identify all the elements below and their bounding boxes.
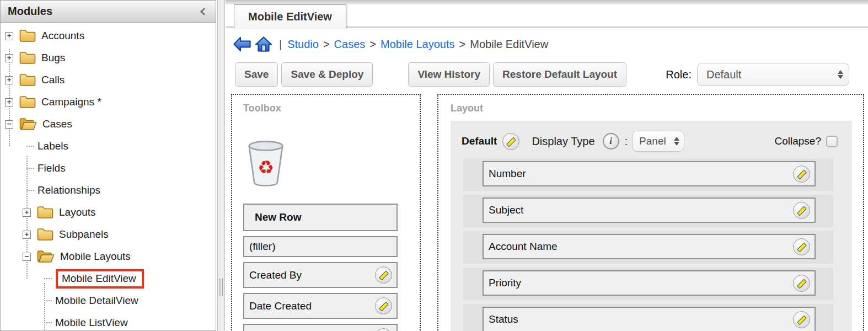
toolbox-item-created-by[interactable]: Created By [243, 262, 398, 288]
layout-row: Priority [463, 268, 833, 300]
tabstrip-topbar [226, 0, 868, 4]
tree-item-accounts[interactable]: + Accounts [1, 25, 216, 47]
action-toolbar: Save Save & Deploy View History Restore … [226, 62, 868, 87]
edit-pencil-icon[interactable] [793, 311, 810, 328]
display-type-select[interactable]: Panel [632, 131, 684, 152]
tree-item-mobile-detailview[interactable]: Mobile DetailView [1, 290, 216, 312]
expand-icon[interactable]: + [5, 76, 13, 84]
expand-icon[interactable]: + [5, 54, 13, 62]
folder-open-icon [19, 118, 37, 131]
edit-pencil-icon[interactable] [375, 297, 392, 314]
edit-pencil-icon[interactable] [375, 328, 392, 331]
tree-item-mobile-layouts[interactable]: − Mobile Layouts [1, 245, 216, 268]
tree-item-calls[interactable]: + Calls [1, 69, 216, 91]
toolbox-item-filler[interactable]: (filler) [243, 236, 398, 257]
layout-row: Number [463, 158, 833, 191]
collapse-sidebar-icon[interactable] [200, 7, 208, 15]
tree-tick [26, 168, 34, 169]
tree-item-label: Mobile Layouts [60, 250, 131, 263]
edit-pencil-icon[interactable] [375, 266, 392, 284]
collapse-icon[interactable]: − [5, 120, 13, 129]
sidebar-splitter [217, 0, 225, 331]
field-label: Account Name [489, 241, 558, 253]
toolbox-item-label: Date Created [249, 300, 312, 312]
module-tree: + Accounts + Bugs + Calls + Campaigns * … [1, 23, 216, 331]
tree-item-label: Labels [37, 140, 68, 152]
edit-pencil-icon[interactable] [793, 202, 810, 219]
sidebar-header: Modules [1, 1, 216, 23]
edit-pencil-icon[interactable] [793, 238, 810, 255]
tree-item-cases[interactable]: − Cases [1, 113, 216, 135]
tree-item-label: Bugs [41, 52, 65, 64]
tree-tick [44, 278, 52, 279]
trash-recycle-bin-icon[interactable]: ♻ [244, 140, 287, 187]
selected-item-highlight: Mobile EditView [56, 269, 144, 289]
tree-item-labels[interactable]: Labels [1, 135, 216, 157]
tree-item-relationships[interactable]: Relationships [1, 179, 216, 201]
breadcrumb-link-mobile-layouts[interactable]: Mobile Layouts [381, 38, 455, 51]
view-history-button[interactable]: View History [408, 62, 490, 87]
info-icon[interactable]: i [603, 133, 619, 150]
expand-icon[interactable]: + [5, 98, 13, 106]
field-label: Number [489, 168, 526, 180]
tree-item-subpanels[interactable]: + Subpanels [1, 223, 216, 245]
role-label: Role: [666, 68, 692, 81]
layout-field-account-name[interactable]: Account Name [483, 234, 816, 259]
field-label: Priority [489, 277, 521, 289]
toolbox-items: New Row (filler) Created By Date Created… [243, 204, 409, 331]
toolbox-item-date-modified[interactable]: Date Modified [243, 324, 398, 331]
tree-item-mobile-listview[interactable]: Mobile ListView [1, 312, 216, 331]
tree-tick [44, 300, 52, 301]
role-group: Role: Default [666, 63, 849, 86]
tree-tick [44, 322, 52, 323]
tree-tick [26, 190, 34, 191]
expand-icon[interactable]: + [23, 231, 31, 239]
collapse-checkbox[interactable] [826, 136, 838, 147]
tree-item-campaigns[interactable]: + Campaigns * [1, 91, 216, 113]
edit-pencil-icon[interactable] [793, 275, 810, 292]
collapse-control: Collapse? [775, 135, 838, 147]
collapse-label: Collapse? [775, 135, 822, 147]
tree-item-layouts[interactable]: + Layouts [1, 201, 216, 223]
expand-icon[interactable]: + [5, 32, 13, 40]
toolbox-title: Toolbox [243, 103, 409, 114]
breadcrumb-link-cases[interactable]: Cases [334, 38, 366, 51]
tree-item-label: Mobile ListView [55, 317, 128, 329]
edit-pencil-icon[interactable] [793, 166, 810, 183]
tree-item-label: Mobile DetailView [55, 295, 138, 307]
toolbox-item-date-created[interactable]: Date Created [243, 293, 398, 319]
select-arrows-icon [830, 67, 843, 82]
layout-field-priority[interactable]: Priority [483, 270, 816, 296]
layout-inner-panel: Default Display Type i : Panel Collapse?… [451, 121, 852, 331]
layout-row: Account Name [463, 231, 833, 264]
toolbox-panel: Toolbox ♻ New Row (filler) Created By Da… [231, 94, 421, 331]
layout-rows: Number Subject Account Name [451, 158, 852, 331]
back-arrow-icon[interactable] [233, 36, 251, 52]
breadcrumb-separator: > [369, 38, 376, 51]
toolbox-item-new-row[interactable]: New Row [243, 204, 398, 231]
tree-item-fields[interactable]: Fields [1, 157, 216, 179]
expand-icon[interactable]: + [23, 209, 31, 217]
breadcrumb: | Studio > Cases > Mobile Layouts > Mobi… [233, 35, 868, 54]
breadcrumb-separator: > [459, 38, 466, 51]
save-button[interactable]: Save [235, 62, 278, 87]
role-select[interactable]: Default [697, 63, 849, 86]
home-icon[interactable] [255, 36, 272, 52]
restore-default-layout-button[interactable]: Restore Default Layout [493, 62, 626, 87]
collapse-icon[interactable]: − [23, 253, 31, 261]
tree-item-mobile-editview[interactable]: Mobile EditView [1, 268, 216, 290]
tree-item-label: Layouts [59, 206, 96, 218]
splitter-grip[interactable] [219, 279, 223, 296]
layout-field-number[interactable]: Number [483, 161, 816, 186]
display-type-colon: : [625, 135, 628, 148]
toolbox-item-label: (filler) [249, 241, 276, 253]
panel-name: Default [462, 135, 497, 147]
tree-item-bugs[interactable]: + Bugs [1, 47, 216, 69]
save-deploy-button[interactable]: Save & Deploy [281, 62, 373, 87]
tab-mobile-editview[interactable]: Mobile EditView [234, 4, 346, 29]
toolbox-item-label: New Row [255, 211, 301, 223]
layout-field-status[interactable]: Status [483, 307, 816, 331]
breadcrumb-link-studio[interactable]: Studio [287, 38, 319, 51]
layout-field-subject[interactable]: Subject [483, 197, 816, 223]
edit-pencil-icon[interactable] [502, 133, 519, 150]
